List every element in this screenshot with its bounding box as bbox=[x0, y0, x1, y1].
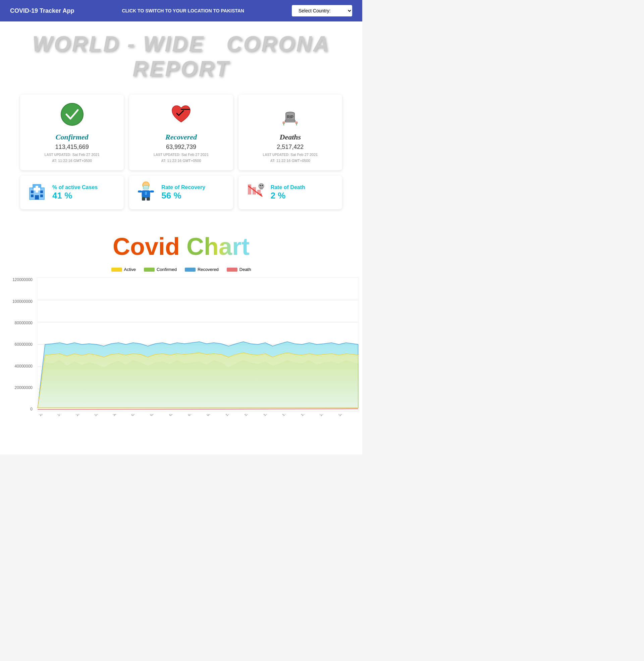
y-label-100m: 100000000 bbox=[7, 299, 32, 304]
confirmed-number: 113,415,669 bbox=[55, 144, 89, 150]
deaths-updated-label: LAST UPDATED: bbox=[262, 153, 290, 157]
svg-rect-14 bbox=[40, 190, 43, 193]
legend-active: Active bbox=[111, 267, 136, 272]
legend-confirmed-color bbox=[144, 268, 155, 272]
deaths-title: Deaths bbox=[280, 133, 301, 142]
y-label-40m: 40000000 bbox=[7, 364, 32, 369]
chart-wrapper: 0 20000000 40000000 60000000 80000000 10… bbox=[7, 277, 355, 441]
recovered-card: Recovered 63,992,739 LAST UPDATED: Sat F… bbox=[129, 95, 233, 170]
recovered-at-label: AT: bbox=[161, 159, 166, 163]
svg-rect-23 bbox=[138, 190, 142, 192]
recovered-number: 63,992,739 bbox=[166, 144, 196, 150]
active-cases-title: % of active Cases bbox=[52, 185, 98, 190]
chart-svg bbox=[37, 277, 359, 411]
chart-y-labels: 0 20000000 40000000 60000000 80000000 10… bbox=[7, 277, 35, 411]
active-cases-card: % of active Cases 41 % bbox=[20, 176, 124, 209]
svg-rect-24 bbox=[150, 190, 154, 192]
legend-active-label: Active bbox=[124, 267, 136, 272]
covid-chart-title: Covid Chart bbox=[0, 233, 362, 260]
deaths-card: RIP Deaths 2,517,422 LAST UPDATED: Sat F… bbox=[238, 95, 342, 170]
legend-active-color bbox=[111, 268, 122, 272]
deaths-meta: LAST UPDATED: Sat Feb 27 2021 AT: 11:22:… bbox=[262, 152, 318, 164]
death-rate-card: Rate of Death 2 % bbox=[238, 176, 342, 209]
recovery-rate-content: Rate of Recovery 56 % bbox=[161, 185, 205, 201]
deaths-at-value: 11:22:16 GMT+0500 bbox=[276, 159, 310, 163]
deaths-updated-value: Sat Feb 27 2021 bbox=[291, 152, 318, 157]
legend-death: Death bbox=[227, 267, 251, 272]
app-title: COVID-19 Tracker App bbox=[10, 7, 74, 15]
active-cases-value: 41 % bbox=[52, 190, 98, 201]
recovered-updated-label: LAST UPDATED: bbox=[154, 153, 181, 157]
svg-rect-16 bbox=[40, 194, 43, 197]
svg-point-35 bbox=[262, 185, 263, 186]
stats-section: Confirmed 113,415,669 LAST UPDATED: Sat … bbox=[0, 88, 362, 219]
legend-confirmed: Confirmed bbox=[144, 267, 177, 272]
y-label-0: 0 bbox=[7, 407, 32, 411]
svg-rect-3 bbox=[285, 120, 295, 122]
svg-point-0 bbox=[61, 103, 83, 125]
legend-recovered-label: Recovered bbox=[198, 267, 219, 272]
country-select[interactable]: Select Country: Pakistan USA India UK bbox=[292, 5, 352, 17]
svg-rect-15 bbox=[31, 194, 33, 197]
covid-word: Covid bbox=[113, 233, 186, 260]
recovered-updated-value: Sat Feb 27 2021 bbox=[181, 152, 209, 157]
y-label-20m: 20000000 bbox=[7, 385, 32, 390]
svg-rect-17 bbox=[35, 195, 39, 199]
svg-rect-26 bbox=[146, 197, 150, 200]
main-stats-row: Confirmed 113,415,669 LAST UPDATED: Sat … bbox=[20, 95, 342, 170]
deaths-icon: RIP bbox=[278, 103, 302, 129]
confirmed-title: Confirmed bbox=[56, 133, 89, 142]
deaths-at-label: AT: bbox=[270, 159, 275, 163]
recovery-rate-icon bbox=[136, 181, 156, 204]
death-rate-title: Rate of Death bbox=[271, 185, 305, 190]
y-label-60m: 60000000 bbox=[7, 342, 32, 347]
rate-stats-row: % of active Cases 41 % bbox=[20, 176, 342, 209]
legend-death-label: Death bbox=[239, 267, 251, 272]
legend-confirmed-label: Confirmed bbox=[157, 267, 177, 272]
deaths-number: 2,517,422 bbox=[277, 144, 303, 150]
recovered-at-value: 11:22:16 GMT+0500 bbox=[167, 159, 201, 163]
chart-word: Chart bbox=[186, 233, 250, 260]
svg-rect-25 bbox=[142, 197, 145, 200]
confirmed-at-label: AT: bbox=[52, 159, 57, 163]
recovered-title: Recovered bbox=[165, 133, 197, 142]
death-rate-icon bbox=[245, 181, 265, 204]
svg-point-34 bbox=[260, 185, 261, 186]
y-label-80m: 80000000 bbox=[7, 321, 32, 325]
x-labels-row: 22 Jan 2020 24 Jan 2020 26 Jan 2020 28 J… bbox=[37, 414, 355, 441]
death-rate-value: 2 % bbox=[271, 190, 305, 201]
recovery-rate-value: 56 % bbox=[161, 190, 205, 201]
confirmed-meta: LAST UPDATED: Sat Feb 27 2021 AT: 11:22:… bbox=[45, 152, 100, 164]
confirmed-updated-value: Sat Feb 27 2021 bbox=[72, 152, 99, 157]
location-switch-link[interactable]: CLICK TO SWITCH TO YOUR LOCATION TO PAKI… bbox=[122, 8, 244, 14]
svg-rect-12 bbox=[33, 188, 40, 190]
chart-title-section: Covid Chart bbox=[0, 219, 362, 267]
active-cases-content: % of active Cases 41 % bbox=[52, 185, 98, 201]
confirmed-icon bbox=[60, 103, 84, 129]
world-title-section: WORLD - WIDE CORONA REPORT bbox=[0, 21, 362, 88]
recovered-meta: LAST UPDATED: Sat Feb 27 2021 AT: 11:22:… bbox=[154, 152, 209, 164]
recovery-rate-title: Rate of Recovery bbox=[161, 185, 205, 190]
legend-recovered-color bbox=[185, 268, 196, 272]
confirmed-at-value: 11:22:16 GMT+0500 bbox=[58, 159, 92, 163]
death-rate-content: Rate of Death 2 % bbox=[271, 185, 305, 201]
confirmed-card: Confirmed 113,415,669 LAST UPDATED: Sat … bbox=[20, 95, 124, 170]
svg-text:RIP: RIP bbox=[287, 115, 294, 119]
svg-rect-20 bbox=[143, 186, 148, 189]
world-title: WORLD - WIDE CORONA REPORT bbox=[3, 31, 359, 81]
app-header: COVID-19 Tracker App CLICK TO SWITCH TO … bbox=[0, 0, 362, 21]
y-label-120m: 120000000 bbox=[7, 277, 32, 282]
svg-rect-13 bbox=[31, 190, 33, 193]
legend-death-color bbox=[227, 268, 237, 272]
legend-recovered: Recovered bbox=[185, 267, 219, 272]
active-cases-icon bbox=[27, 181, 47, 204]
chart-legend: Active Confirmed Recovered Death bbox=[7, 267, 355, 272]
recovery-rate-card: Rate of Recovery 56 % bbox=[129, 176, 233, 209]
confirmed-updated-label: LAST UPDATED: bbox=[45, 153, 71, 157]
chart-section: Active Confirmed Recovered Death 0 20000… bbox=[0, 267, 362, 454]
recovered-icon bbox=[169, 103, 193, 129]
